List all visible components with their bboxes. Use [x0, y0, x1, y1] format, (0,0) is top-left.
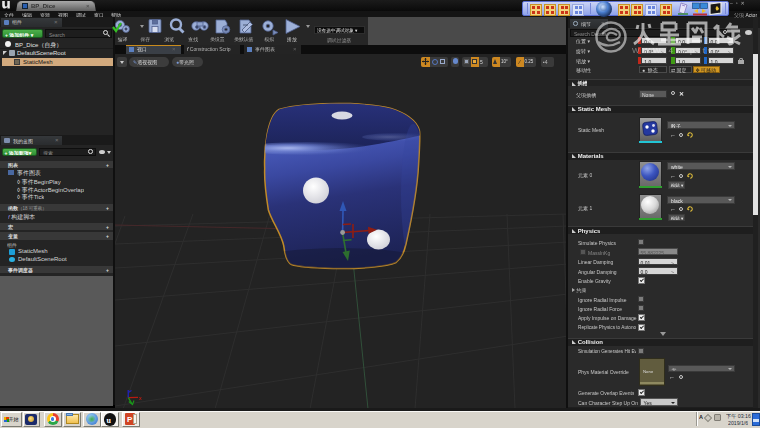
svg-text:WWW.4xsp.tv: WWW.4xsp.tv	[632, 45, 715, 54]
svg-text:x: x	[139, 395, 142, 401]
